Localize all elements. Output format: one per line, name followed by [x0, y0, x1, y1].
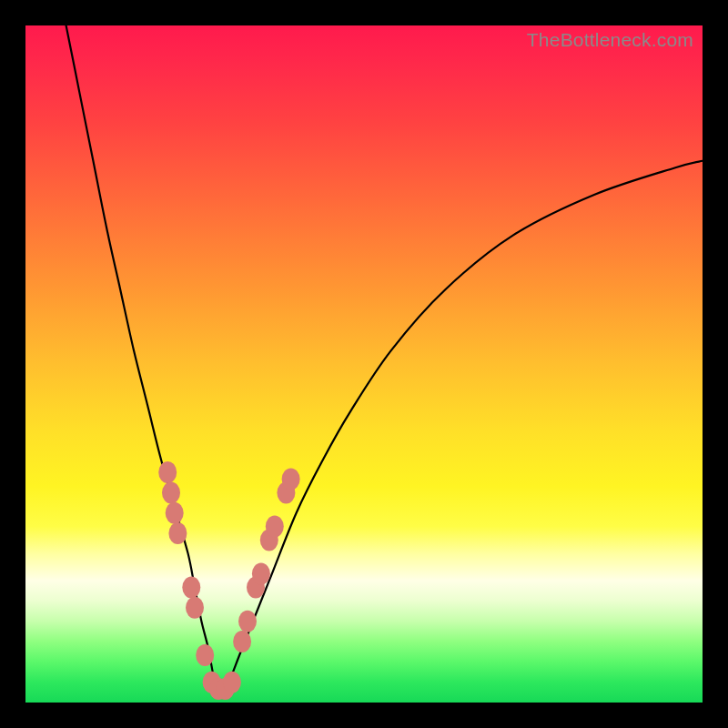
- curve-marker: [166, 502, 184, 524]
- curve-marker: [168, 522, 187, 544]
- chart-frame: TheBottleneck.com: [0, 0, 728, 728]
- curve-marker: [162, 481, 180, 503]
- bottleneck-curve: [66, 25, 703, 689]
- curve-marker: [252, 563, 270, 585]
- curve-marker: [266, 516, 284, 538]
- curve-marker: [182, 577, 200, 599]
- curve-marker: [196, 644, 214, 666]
- curve-marker: [158, 461, 177, 483]
- curve-marker: [233, 631, 251, 652]
- curve-marker: [223, 672, 241, 693]
- marker-group: [158, 461, 299, 700]
- plot-area: TheBottleneck.com: [25, 25, 703, 703]
- curve-marker: [238, 611, 257, 632]
- chart-svg: [25, 25, 703, 703]
- curve-marker: [282, 469, 300, 490]
- curve-marker: [186, 597, 204, 619]
